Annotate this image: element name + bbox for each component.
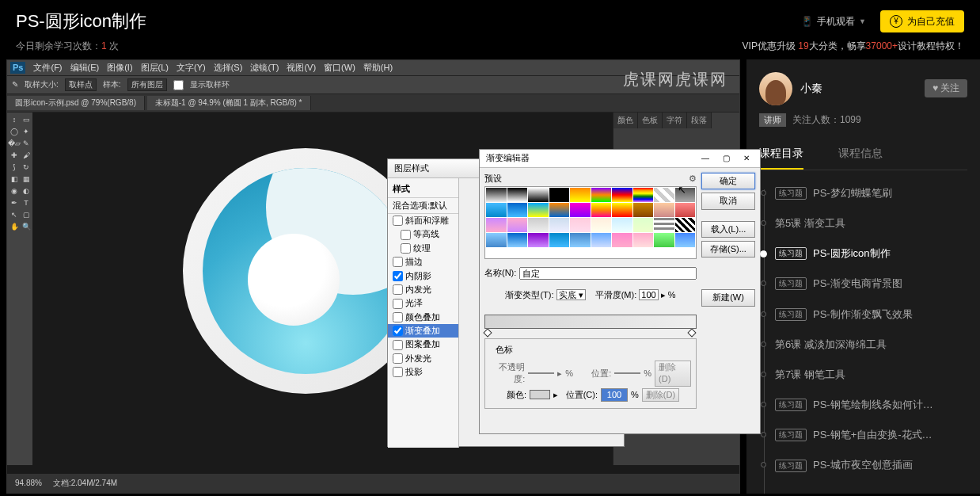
brush-tool-icon[interactable]: 🖌: [21, 150, 32, 161]
gradient-swatch[interactable]: [486, 233, 507, 247]
style-item[interactable]: 渐变叠加: [388, 324, 458, 338]
show-ring-checkbox[interactable]: [173, 80, 184, 90]
gear-icon[interactable]: ⚙: [689, 173, 697, 185]
gradient-swatch[interactable]: [675, 233, 696, 247]
gradient-swatch[interactable]: [507, 233, 528, 247]
gradient-swatch[interactable]: [570, 233, 591, 247]
lesson-item[interactable]: 练习题PS-城市夜空创意插画: [775, 450, 967, 480]
style-checkbox[interactable]: [393, 284, 403, 295]
gradient-swatch[interactable]: [612, 233, 632, 247]
sample-layers-select[interactable]: 所有图层: [127, 78, 167, 91]
lesson-item[interactable]: 练习题PS-制作渐变飘飞效果: [775, 300, 967, 330]
gradient-swatch[interactable]: [528, 203, 549, 217]
video-player[interactable]: Ps 文件(F) 编辑(E) 图像(I) 图层(L) 文字(Y) 选择(S) 滤…: [6, 59, 740, 494]
gradient-swatch[interactable]: [549, 203, 570, 217]
close-icon[interactable]: ✕: [736, 151, 757, 166]
gradient-swatch[interactable]: [654, 233, 674, 247]
style-checkbox[interactable]: [393, 271, 403, 281]
cancel-button[interactable]: 取消: [701, 193, 755, 209]
panel-tab-character[interactable]: 字符: [663, 113, 687, 128]
color-stop-swatch[interactable]: [530, 390, 550, 399]
lesson-item[interactable]: 练习题PS-钢笔+自由变换-花式…: [775, 420, 967, 450]
lesson-list[interactable]: 练习题PS-梦幻蝴蝶笔刷第5课 渐变工具练习题PS-圆形icon制作练习题PS-…: [759, 178, 967, 494]
gradient-swatch[interactable]: [549, 218, 570, 232]
zoom-tool-icon[interactable]: 🔍: [21, 221, 32, 232]
style-checkbox[interactable]: [393, 257, 403, 267]
style-item[interactable]: 颜色叠加: [388, 311, 458, 324]
style-item[interactable]: 图案叠加: [388, 338, 458, 351]
stamp-tool-icon[interactable]: ⟆: [9, 162, 20, 173]
mobile-watch-button[interactable]: 📱 手机观看 ▼: [801, 15, 866, 29]
ps-doc-tab-1[interactable]: 未标题-1 @ 94.9% (椭圆 1 副本, RGB/8) *: [147, 96, 311, 110]
gradient-swatch[interactable]: [654, 188, 674, 202]
blur-tool-icon[interactable]: ◉: [9, 185, 20, 196]
path-tool-icon[interactable]: ↖: [9, 209, 20, 220]
gradient-swatch[interactable]: [654, 203, 674, 217]
new-button[interactable]: 新建(W): [701, 289, 755, 306]
hand-tool-icon[interactable]: ✋: [9, 221, 20, 232]
style-checkbox[interactable]: [401, 243, 411, 254]
lesson-item[interactable]: 练习题PS-圆形icon制作: [775, 238, 967, 269]
ps-menu-image[interactable]: 图像(I): [107, 62, 132, 74]
gradient-swatch[interactable]: [591, 233, 612, 247]
gradient-swatch[interactable]: [507, 203, 528, 217]
load-button[interactable]: 载入(L)...: [701, 221, 755, 238]
author-name[interactable]: 小秦: [800, 81, 917, 97]
dodge-tool-icon[interactable]: ◐: [21, 185, 32, 196]
gradient-swatch[interactable]: [591, 203, 612, 217]
zoom-level[interactable]: 94.88%: [15, 478, 42, 489]
gradient-swatch[interactable]: [633, 233, 654, 247]
style-item[interactable]: 等高线: [388, 227, 458, 241]
panel-tab-swatches[interactable]: 色板: [638, 113, 663, 128]
lesson-item[interactable]: 第5课 渐变工具: [775, 208, 967, 238]
gradient-swatch[interactable]: [528, 233, 549, 247]
move-tool-icon[interactable]: ↕: [9, 114, 20, 125]
tab-course-catalog[interactable]: 课程目录: [759, 139, 803, 170]
gradient-swatch[interactable]: [528, 188, 549, 202]
style-checkbox[interactable]: [393, 340, 403, 350]
follow-button[interactable]: ♥ 关注: [925, 79, 967, 97]
gradient-swatch[interactable]: [612, 203, 632, 217]
ps-menu-filter[interactable]: 滤镜(T): [250, 62, 279, 74]
lesson-item[interactable]: 练习题PS-梦幻蝴蝶笔刷: [775, 178, 967, 208]
smoothness-input[interactable]: 100: [639, 289, 658, 300]
gradient-swatch[interactable]: [528, 218, 549, 232]
style-checkbox[interactable]: [393, 367, 403, 377]
shape-tool-icon[interactable]: ▢: [21, 209, 32, 220]
style-item[interactable]: 描边: [388, 255, 458, 269]
color-pos-input[interactable]: 100: [601, 388, 628, 402]
gradient-swatch[interactable]: [570, 188, 591, 202]
gradient-bar[interactable]: [484, 315, 697, 334]
gradient-swatch[interactable]: [612, 188, 632, 202]
panel-tab-paragraph[interactable]: 段落: [687, 113, 712, 128]
gradient-editor-dialog[interactable]: 渐变编辑器 — ▢ ✕ 预设 ⚙ 名称(N):: [479, 149, 761, 434]
ps-menu-edit[interactable]: 编辑(E): [70, 62, 100, 74]
gradient-swatch[interactable]: [486, 218, 507, 232]
gradient-swatch[interactable]: [570, 218, 591, 232]
lesson-item[interactable]: 练习题PS-渐变电商背景图: [775, 269, 967, 299]
wand-tool-icon[interactable]: ✦: [21, 126, 32, 137]
gradient-swatch[interactable]: [570, 203, 591, 217]
gradient-tool-icon[interactable]: ▦: [21, 174, 32, 185]
style-checkbox[interactable]: [393, 299, 403, 309]
gradient-swatch[interactable]: [549, 188, 570, 202]
ps-toolbox[interactable]: ↕▭ ◯✦ �▱✎ ✚🖌 ⟆↻ ◧▦ ◉◐ ✒T ↖▢ ✋🔍: [7, 113, 32, 465]
crop-tool-icon[interactable]: �▱: [9, 138, 20, 149]
lesson-item[interactable]: 第6课 减淡加深海绵工具: [775, 330, 967, 360]
gradient-swatch[interactable]: [675, 218, 696, 232]
gradient-swatch[interactable]: [486, 203, 507, 217]
style-item[interactable]: 外发光: [388, 352, 458, 365]
gradient-swatch[interactable]: [675, 203, 696, 217]
style-checkbox[interactable]: [401, 230, 411, 240]
heal-tool-icon[interactable]: ✚: [9, 150, 20, 161]
gradient-swatch[interactable]: [591, 188, 612, 202]
ok-button[interactable]: 确定: [701, 173, 755, 189]
minimize-icon[interactable]: —: [695, 151, 716, 166]
style-item[interactable]: 纹理: [388, 242, 458, 255]
vip-promo[interactable]: VIP优惠升级 19大分类，畅享37000+设计教程特权！: [743, 40, 964, 53]
maximize-icon[interactable]: ▢: [716, 151, 736, 166]
ps-menu-layer[interactable]: 图层(L): [141, 62, 169, 74]
style-item[interactable]: 光泽: [388, 296, 458, 310]
recharge-button[interactable]: ¥ 为自己充值: [880, 10, 964, 33]
gradient-swatch[interactable]: [591, 218, 612, 232]
